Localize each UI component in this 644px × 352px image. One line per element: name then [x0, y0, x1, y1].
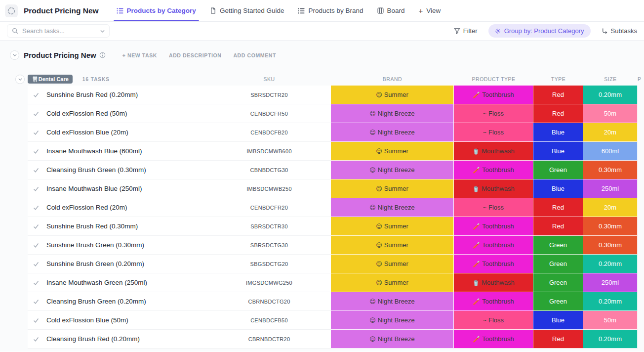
- type-cell[interactable]: Red: [533, 198, 583, 217]
- table-row[interactable]: Insane Mouthwash Blue (250ml) IMBSDCMWB2…: [28, 179, 644, 198]
- sku-cell[interactable]: SBRSDCTG30: [207, 236, 331, 255]
- brand-cell[interactable]: 😊 Night Breeze: [331, 123, 454, 142]
- tab-board[interactable]: Board: [370, 0, 412, 21]
- task-name-cell[interactable]: Insane Mouthwash Green (250ml): [28, 273, 207, 292]
- size-cell[interactable]: 50m: [583, 311, 638, 330]
- check-icon[interactable]: [33, 91, 40, 98]
- brand-cell[interactable]: 😊 Summer: [331, 236, 454, 255]
- sku-cell[interactable]: CBNBDCTG30: [207, 161, 331, 179]
- group-by-button[interactable]: Group by: Product Category: [488, 24, 591, 38]
- product-type-cell[interactable]: 🪥 Toothbrush: [454, 330, 533, 349]
- task-name[interactable]: Insane Mouthwash Blue (250ml): [46, 185, 142, 192]
- new-task-button[interactable]: + NEW TASK: [122, 52, 157, 58]
- sku-cell[interactable]: IMBSDCMWB250: [207, 179, 331, 198]
- task-name[interactable]: Cold exFlossion Blue (20m): [46, 129, 128, 136]
- sku-cell[interactable]: SBRSDCTR30: [207, 217, 331, 236]
- search-input[interactable]: [22, 27, 91, 35]
- table-row[interactable]: Sunshine Brush Green (0.30mm) SBRSDCTG30…: [28, 236, 644, 255]
- table-row[interactable]: Cleansing Brush Green (0.20mm) CBRNBDCTG…: [28, 292, 644, 311]
- task-name[interactable]: Cold exFlossion Red (50m): [46, 110, 127, 117]
- task-name-cell[interactable]: Insane Mouthwash Blue (600ml): [28, 142, 207, 161]
- sku-cell[interactable]: CENBDCFR20: [207, 198, 331, 217]
- product-type-cell[interactable]: 🪥 Toothbrush: [454, 292, 533, 311]
- product-type-cell[interactable]: 🥤 Mouthwash: [454, 179, 533, 198]
- column-header-sku[interactable]: SKU: [207, 73, 331, 86]
- check-icon[interactable]: [33, 204, 40, 211]
- size-cell[interactable]: 600ml: [583, 142, 638, 161]
- sku-cell[interactable]: IMBSDCMWB600: [207, 142, 331, 161]
- product-type-cell[interactable]: ~ Floss: [454, 104, 533, 123]
- chevron-down-icon[interactable]: [100, 30, 105, 33]
- sku-cell[interactable]: CENBDCFR50: [207, 104, 331, 123]
- check-icon[interactable]: [33, 317, 40, 324]
- type-cell[interactable]: Red: [533, 86, 583, 104]
- check-icon[interactable]: [33, 261, 40, 267]
- brand-cell[interactable]: 😊 Night Breeze: [331, 311, 454, 330]
- table-row[interactable]: Cold exFlossion Blue (50m) CENBDCFB50 😊 …: [28, 311, 644, 330]
- type-cell[interactable]: Green: [533, 292, 583, 311]
- table-row[interactable]: Insane Mouthwash Green (250ml) IMGSDCMWG…: [28, 273, 644, 292]
- column-header-brand[interactable]: BRAND: [331, 73, 454, 86]
- column-header-size[interactable]: SIZE: [583, 73, 638, 86]
- table-row[interactable]: Cleansing Brush Green (0.30mm) CBNBDCTG3…: [28, 161, 644, 179]
- type-cell[interactable]: Blue: [533, 142, 583, 161]
- task-name-cell[interactable]: Sunshine Brush Red (0.20mm): [28, 86, 207, 104]
- check-icon[interactable]: [33, 242, 40, 249]
- task-name-cell[interactable]: Sunshine Brush Red (0.30mm): [28, 217, 207, 236]
- table-row[interactable]: Sunshine Brush Red (0.20mm) SBRSDCTR20 😊…: [28, 86, 644, 104]
- type-cell[interactable]: Blue: [533, 123, 583, 142]
- product-type-cell[interactable]: 🪥 Toothbrush: [454, 217, 533, 236]
- brand-cell[interactable]: 😊 Night Breeze: [331, 161, 454, 179]
- type-cell[interactable]: Red: [533, 104, 583, 123]
- type-cell[interactable]: Green: [533, 273, 583, 292]
- tab-products-by-brand[interactable]: Products by Brand: [291, 0, 370, 21]
- task-name-cell[interactable]: Cold exFlossion Red (20m): [28, 198, 207, 217]
- task-name[interactable]: Insane Mouthwash Blue (600ml): [46, 147, 142, 155]
- product-type-cell[interactable]: 🥤 Mouthwash: [454, 142, 533, 161]
- task-name[interactable]: Cleansing Brush Green (0.20mm): [46, 298, 146, 305]
- product-type-cell[interactable]: ~ Floss: [454, 311, 533, 330]
- product-type-cell[interactable]: 🪥 Toothbrush: [454, 236, 533, 255]
- size-cell[interactable]: 50m: [583, 104, 638, 123]
- tab-products-by-category[interactable]: Products by Category: [110, 0, 203, 21]
- task-name[interactable]: Sunshine Brush Green (0.20mm): [46, 260, 144, 267]
- sku-cell[interactable]: CBRNBDCTR20: [207, 330, 331, 349]
- product-type-cell[interactable]: 🪥 Toothbrush: [454, 86, 533, 104]
- sku-cell[interactable]: SBRSDCTR20: [207, 86, 331, 104]
- check-icon[interactable]: [33, 110, 40, 117]
- task-name[interactable]: Sunshine Brush Red (0.20mm): [46, 91, 138, 98]
- task-name-cell[interactable]: Cold exFlossion Blue (50m): [28, 311, 207, 330]
- task-name[interactable]: Cold exFlossion Red (20m): [46, 204, 127, 211]
- sku-cell[interactable]: CENBDCFB50: [207, 311, 331, 330]
- type-cell[interactable]: Red: [533, 330, 583, 349]
- size-cell[interactable]: 20m: [583, 198, 638, 217]
- size-cell[interactable]: 0.20mm: [583, 255, 638, 273]
- product-type-cell[interactable]: 🥤 Mouthwash: [454, 273, 533, 292]
- size-cell[interactable]: 0.30mm: [583, 161, 638, 179]
- brand-cell[interactable]: 😊 Summer: [331, 217, 454, 236]
- product-type-cell[interactable]: 🪥 Toothbrush: [454, 255, 533, 273]
- task-name[interactable]: Cold exFlossion Blue (50m): [46, 316, 128, 324]
- task-name-cell[interactable]: Sunshine Brush Green (0.20mm): [28, 255, 207, 273]
- type-cell[interactable]: Blue: [533, 179, 583, 198]
- size-cell[interactable]: 250ml: [583, 273, 638, 292]
- table-row[interactable]: Cleansing Brush Red (0.20mm) CBRNBDCTR20…: [28, 330, 644, 349]
- brand-cell[interactable]: 😊 Night Breeze: [331, 198, 454, 217]
- table-row[interactable]: Cold exFlossion Red (20m) CENBDCFR20 😊 N…: [28, 198, 644, 217]
- check-icon[interactable]: [33, 298, 40, 305]
- add-description-button[interactable]: ADD DESCRIPTION: [169, 52, 221, 58]
- add-view-button[interactable]: + View: [412, 0, 448, 21]
- column-header-type[interactable]: TYPE: [533, 73, 583, 86]
- sku-cell[interactable]: CENBDCFB20: [207, 123, 331, 142]
- size-cell[interactable]: 20m: [583, 123, 638, 142]
- sku-cell[interactable]: IMGSDCMWG250: [207, 273, 331, 292]
- collapse-group-button[interactable]: [15, 75, 25, 84]
- task-name-cell[interactable]: Cleansing Brush Red (0.20mm): [28, 330, 207, 349]
- brand-cell[interactable]: 😊 Summer: [331, 179, 454, 198]
- table-row[interactable]: Cold exFlossion Blue (20m) CENBDCFB20 😊 …: [28, 123, 644, 142]
- sku-cell[interactable]: SBGSDCTG20: [207, 255, 331, 273]
- check-icon[interactable]: [33, 223, 40, 230]
- brand-cell[interactable]: 😊 Summer: [331, 142, 454, 161]
- search-box[interactable]: [7, 24, 110, 38]
- brand-cell[interactable]: 😊 Night Breeze: [331, 104, 454, 123]
